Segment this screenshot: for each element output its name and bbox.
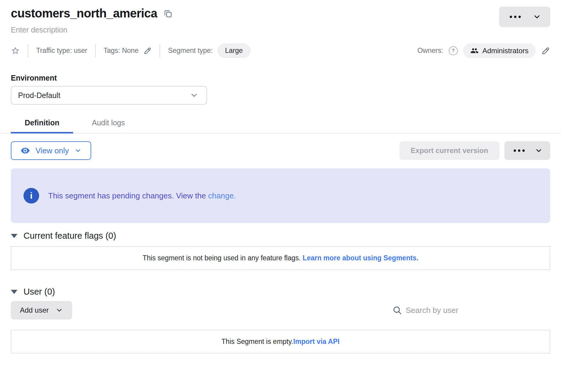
user-empty-text: This Segment is empty.: [222, 338, 293, 345]
feature-flags-empty-text: This segment is not being used in any fe…: [143, 254, 303, 262]
ellipsis-icon: •••: [512, 147, 526, 155]
divider: [160, 44, 160, 57]
definition-tab-content: View only Export current version •••: [0, 141, 561, 354]
add-user-button[interactable]: Add user: [11, 301, 72, 320]
view-only-label: View only: [36, 146, 69, 155]
user-section-title: User (0): [23, 287, 55, 297]
banner-message: This segment has pending changes. View t…: [48, 191, 236, 201]
learn-more-segments-link[interactable]: Learn more about using Segments.: [303, 254, 419, 262]
action-row: View only Export current version •••: [11, 141, 550, 160]
view-only-button[interactable]: View only: [11, 141, 91, 160]
chevron-down-icon: [190, 91, 199, 100]
divider: [28, 44, 28, 57]
divider: [95, 44, 96, 57]
traffic-type-label: Traffic type: user: [36, 47, 87, 55]
user-search-box: [392, 305, 550, 315]
export-current-version-button[interactable]: Export current version: [399, 141, 500, 160]
tab-audit-logs[interactable]: Audit logs: [78, 115, 139, 133]
segment-detail-page: customers_north_america ••• Enter descri…: [0, 0, 561, 392]
banner-message-text: This segment has pending changes. View t…: [48, 191, 208, 200]
help-icon[interactable]: ?: [449, 46, 458, 55]
segment-type-group: Segment type: Large: [168, 44, 250, 58]
environment-label: Environment: [11, 74, 550, 82]
meta-row: Traffic type: user Tags: None Segment ty…: [0, 43, 561, 58]
favorite-star-icon[interactable]: [11, 46, 20, 55]
collapse-triangle-icon[interactable]: [11, 290, 17, 294]
segment-type-badge: Large: [218, 44, 250, 58]
chevron-down-icon: [55, 306, 63, 314]
people-icon: [470, 47, 479, 55]
owners-chip-label: Administrators: [482, 47, 528, 55]
import-via-api-link[interactable]: Import via API: [293, 338, 339, 345]
owners-label: Owners:: [417, 47, 443, 55]
user-section: User (0) Add user: [11, 287, 550, 354]
tags-group: Tags: None: [104, 47, 152, 55]
edit-owners-pencil-icon[interactable]: [541, 46, 550, 55]
user-section-header: User (0): [11, 287, 550, 297]
eye-icon: [20, 146, 30, 155]
owners-chip[interactable]: Administrators: [463, 43, 536, 58]
edit-tags-pencil-icon[interactable]: [143, 47, 152, 55]
title-row: customers_north_america •••: [0, 0, 561, 20]
header-more-menu-button[interactable]: •••: [499, 7, 550, 27]
collapse-triangle-icon[interactable]: [11, 234, 17, 238]
owners-group: Owners: ? Administrators: [417, 43, 550, 58]
meta-left-group: Traffic type: user Tags: None Segment ty…: [11, 44, 417, 58]
chevron-down-icon: [533, 13, 541, 21]
user-empty-state: This Segment is empty.Import via API: [11, 330, 550, 354]
feature-flags-empty-state: This segment is not being used in any fe…: [11, 246, 550, 270]
feature-flags-section: Current feature flags (0) This segment i…: [11, 231, 550, 270]
description-placeholder[interactable]: Enter description: [0, 26, 561, 34]
tags-label: Tags: None: [104, 47, 138, 55]
feature-flags-section-header: Current feature flags (0): [11, 231, 550, 241]
copy-icon[interactable]: [163, 9, 172, 18]
page-header: customers_north_america ••• Enter descri…: [0, 0, 561, 105]
environment-selected-value: Prod-Default: [18, 91, 60, 100]
chevron-down-icon: [535, 147, 543, 155]
environment-block: Environment Prod-Default: [0, 74, 561, 105]
search-icon: [392, 305, 402, 315]
info-icon: i: [23, 188, 39, 204]
tab-bar: Definition Audit logs: [0, 115, 561, 133]
feature-flags-section-title: Current feature flags (0): [23, 231, 116, 241]
search-by-user-input[interactable]: [406, 306, 550, 315]
view-change-link[interactable]: change.: [208, 191, 236, 200]
page-title: customers_north_america: [11, 7, 157, 20]
add-user-label: Add user: [20, 306, 49, 314]
ellipsis-icon: •••: [508, 13, 522, 21]
environment-select[interactable]: Prod-Default: [11, 86, 207, 105]
chevron-down-icon: [74, 147, 82, 154]
user-toolbar: Add user: [11, 301, 550, 320]
pending-changes-banner: i This segment has pending changes. View…: [11, 168, 550, 223]
segment-type-label: Segment type:: [168, 47, 212, 55]
definition-more-menu-button[interactable]: •••: [504, 141, 550, 160]
tab-definition[interactable]: Definition: [11, 115, 73, 133]
